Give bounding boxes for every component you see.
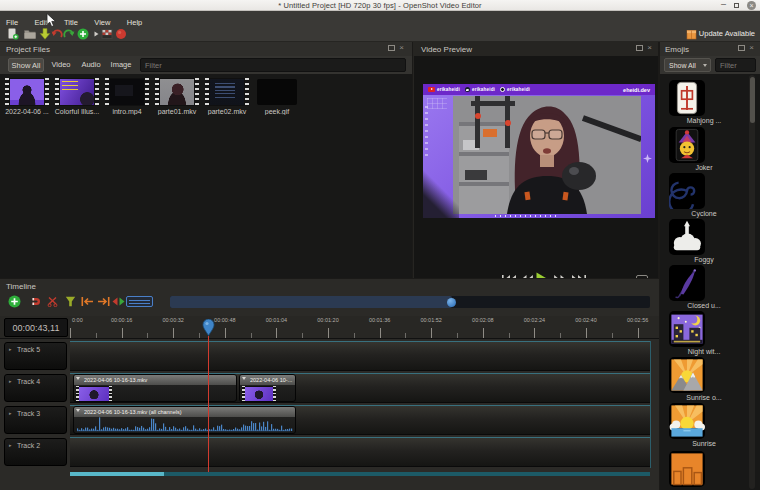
emojis-controls: Show All xyxy=(660,56,760,74)
ruler-major-ticks xyxy=(70,328,656,338)
ruler-tick-label: 00:02:24 xyxy=(524,317,545,323)
tab-image[interactable]: Image xyxy=(108,58,134,72)
file-item[interactable]: intro.mp4 xyxy=(104,78,150,118)
update-package-icon[interactable] xyxy=(686,28,697,40)
emoji-label: Sunrise xyxy=(660,440,748,447)
ruler-tick-label: 00:02:40 xyxy=(575,317,596,323)
timeline-ruler[interactable]: 0:00 00:00:16 00:00:32 00:00:48 00:01:04… xyxy=(70,316,656,339)
emoji-category-dropdown[interactable]: Show All xyxy=(664,58,711,72)
lanes-right-edge xyxy=(650,341,651,468)
video-thumbnail xyxy=(205,78,249,106)
scrollbar-visible-range xyxy=(70,472,164,476)
clip-thumbnail xyxy=(242,386,276,402)
scrollbar-fill xyxy=(170,296,452,308)
file-item[interactable]: peek.gif xyxy=(254,78,300,118)
overlay-decoration xyxy=(495,215,557,217)
undock-icon[interactable] xyxy=(388,45,395,51)
track-header[interactable]: ▸ Track 3 xyxy=(4,406,67,434)
emoji-filter-input[interactable] xyxy=(715,58,756,72)
overlay-corner-shadow xyxy=(423,170,459,218)
snapping-icon[interactable] xyxy=(31,296,42,307)
chevron-down-icon[interactable] xyxy=(76,409,80,412)
emoji-foggy-icon xyxy=(669,219,705,255)
close-panel-icon[interactable]: × xyxy=(647,45,652,51)
add-track-icon[interactable] xyxy=(8,295,21,308)
timeline-clip[interactable]: 2022-04-06 10-16-13.mkv xyxy=(73,374,237,402)
emoji-sunrise-icon xyxy=(669,403,705,439)
file-name: peek.gif xyxy=(250,108,304,115)
timeline-clip[interactable]: 2022-04-06 10-16-13.mkv (all channels) xyxy=(73,406,296,434)
file-item[interactable]: parte01.mkv xyxy=(154,78,200,118)
audio-waveform xyxy=(75,416,294,432)
import-files-icon[interactable] xyxy=(39,28,51,40)
ruler-tick-label: 00:02:08 xyxy=(472,317,493,323)
minimize-button[interactable]: – xyxy=(721,0,726,9)
chevron-right-icon: ▸ xyxy=(9,410,12,416)
file-name: intro.mp4 xyxy=(100,108,154,115)
emoji-label: Closed u... xyxy=(660,302,748,309)
file-name: parte01.mkv xyxy=(150,108,204,115)
ruler-tick-label: 00:01:20 xyxy=(317,317,338,323)
scrollbar-handle[interactable] xyxy=(447,298,456,307)
video-preview-title: Video Preview xyxy=(421,45,472,54)
video-preview-panel: Video Preview × xyxy=(413,42,659,278)
project-files-filter-input[interactable] xyxy=(140,58,406,72)
ruler-tick-label: 00:01:52 xyxy=(420,317,441,323)
new-project-icon[interactable] xyxy=(7,28,19,40)
razor-icon[interactable] xyxy=(47,296,58,307)
close-button[interactable]: × xyxy=(747,1,756,10)
tab-show-all[interactable]: Show All xyxy=(8,58,44,72)
emoji-scrollbar[interactable] xyxy=(749,75,755,489)
github-badge: erikaheidi xyxy=(500,87,530,92)
file-item[interactable]: Colorful Illus... xyxy=(54,78,100,118)
close-panel-icon[interactable]: × xyxy=(749,45,754,51)
timeline-clip[interactable]: 2022-04-06 10-... xyxy=(239,374,296,402)
add-icon[interactable] xyxy=(77,28,89,40)
zoom-slider[interactable] xyxy=(126,296,153,307)
playhead-handle[interactable] xyxy=(202,319,215,336)
scrollbar-thumb[interactable] xyxy=(750,77,755,123)
timeline-horizontal-scrollbar[interactable] xyxy=(70,472,650,476)
video-thumbnail xyxy=(155,78,199,106)
tab-video[interactable]: Video xyxy=(48,58,74,72)
undock-icon[interactable] xyxy=(636,45,643,51)
open-project-icon[interactable] xyxy=(24,28,36,40)
ruler-tick-label: 00:00:16 xyxy=(111,317,132,323)
update-available-label[interactable]: Update Available xyxy=(699,29,755,38)
video-thumbnail xyxy=(105,78,149,106)
project-files-dock: × xyxy=(388,45,404,51)
emoji-list: Mahjong ... Joker xyxy=(660,74,760,490)
project-files-list: 2022-04-06 ... Colorful Illus... intro.m… xyxy=(0,74,412,278)
add-marker-icon[interactable] xyxy=(65,296,76,307)
tab-audio[interactable]: Audio xyxy=(78,58,104,72)
choose-profile-icon[interactable] xyxy=(101,28,113,40)
undock-icon[interactable] xyxy=(738,45,745,51)
ruler-tick-label: 00:00:48 xyxy=(214,317,235,323)
track-header[interactable]: ▸ Track 4 xyxy=(4,374,67,402)
emoji-label: Cyclone xyxy=(660,210,748,217)
undo-icon[interactable] xyxy=(51,28,63,40)
track-header[interactable]: ▸ Track 5 xyxy=(4,342,67,370)
chevron-down-icon[interactable] xyxy=(242,377,246,380)
playhead-line xyxy=(208,336,209,472)
youtube-badge: erikaheidi xyxy=(428,87,460,92)
export-video-icon[interactable] xyxy=(115,28,127,40)
clip-label: 2022-04-06 10-... xyxy=(250,377,293,383)
emoji-mahjong-red-dragon-icon xyxy=(669,80,705,116)
clip-thumbnail xyxy=(76,386,112,402)
close-panel-icon[interactable]: × xyxy=(399,45,404,51)
center-playhead-icon[interactable] xyxy=(112,297,125,306)
timeline-scrollbar[interactable] xyxy=(170,296,650,308)
previous-marker-icon[interactable] xyxy=(81,296,94,307)
timeline-ruler-row: 00:00:43,11 0:00 00:00:16 00:00:32 00:00… xyxy=(0,316,659,339)
file-item[interactable]: 2022-04-06 ... xyxy=(4,78,50,118)
next-marker-icon[interactable] xyxy=(97,296,110,307)
chevron-right-icon: ▸ xyxy=(9,346,12,352)
ruler-tick-label: 00:02:56 xyxy=(627,317,648,323)
video-frame[interactable]: erikaheidi erikaheidi erikaheidi eheidi.… xyxy=(423,84,655,218)
track-header[interactable]: ▸ Track 2 xyxy=(4,438,67,466)
maximize-button[interactable] xyxy=(734,3,739,8)
redo-icon[interactable] xyxy=(63,28,75,40)
chevron-down-icon[interactable] xyxy=(76,377,80,380)
file-item[interactable]: parte02.mkv xyxy=(204,78,250,118)
